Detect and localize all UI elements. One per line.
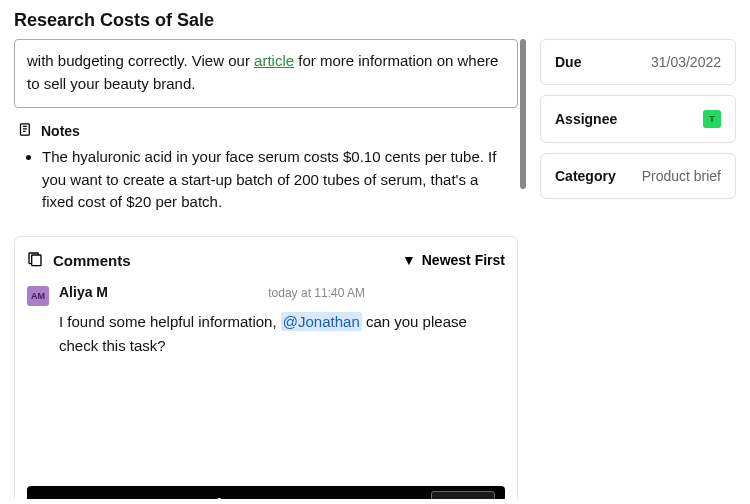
category-label: Category <box>555 168 616 184</box>
notes-section: Notes The hyaluronic acid in your face s… <box>14 122 518 214</box>
caret-down-icon: ▼ <box>402 252 416 268</box>
scrollbar[interactable] <box>520 39 526 189</box>
article-link[interactable]: article <box>254 52 294 69</box>
sort-button[interactable]: ▼ Newest First <box>402 252 505 268</box>
due-label: Due <box>555 54 581 70</box>
category-value: Product brief <box>642 168 721 184</box>
comments-icon <box>27 251 43 270</box>
due-value: 31/03/2022 <box>651 54 721 70</box>
editor-toolbar: Send <box>27 486 505 500</box>
sidebar: Due 31/03/2022 Assignee T Category Produ… <box>540 39 736 499</box>
note-item: The hyaluronic acid in your face serum c… <box>42 146 514 214</box>
underline-button[interactable] <box>121 492 145 500</box>
assignee-label: Assignee <box>555 111 617 127</box>
link-button[interactable] <box>205 492 229 500</box>
description-box[interactable]: with budgeting correctly. View our artic… <box>14 39 518 108</box>
category-card[interactable]: Category Product brief <box>540 153 736 199</box>
comments-section: Comments ▼ Newest First AM Aliya M today… <box>14 236 518 500</box>
comment-editor[interactable] <box>27 358 505 478</box>
due-card[interactable]: Due 31/03/2022 <box>540 39 736 85</box>
comment-time: today at 11:40 AM <box>268 286 505 300</box>
bold-button[interactable] <box>37 492 61 500</box>
unordered-list-button[interactable] <box>177 492 201 500</box>
notes-header: Notes <box>41 123 80 139</box>
strikethrough-button[interactable] <box>93 492 117 500</box>
comments-header: Comments <box>53 252 131 269</box>
italic-button[interactable] <box>65 492 89 500</box>
main-column: with budgeting correctly. View our artic… <box>14 39 524 499</box>
sort-label: Newest First <box>422 252 505 268</box>
comment-text: I found some helpful information, @Jonat… <box>59 310 505 358</box>
mention[interactable]: @Jonathan <box>281 312 362 331</box>
send-button[interactable]: Send <box>431 491 495 499</box>
comment-author: Aliya M <box>59 284 108 300</box>
ordered-list-button[interactable] <box>149 492 173 500</box>
comment-item: AM Aliya M today at 11:40 AM I found som… <box>27 284 505 358</box>
description-text-before: with budgeting correctly. View our <box>27 52 254 69</box>
svg-rect-2 <box>32 255 41 266</box>
page-title: Research Costs of Sale <box>0 0 750 39</box>
assignee-card[interactable]: Assignee T <box>540 95 736 143</box>
notes-icon <box>18 122 33 140</box>
avatar: AM <box>27 286 49 306</box>
assignee-avatar: T <box>703 110 721 128</box>
